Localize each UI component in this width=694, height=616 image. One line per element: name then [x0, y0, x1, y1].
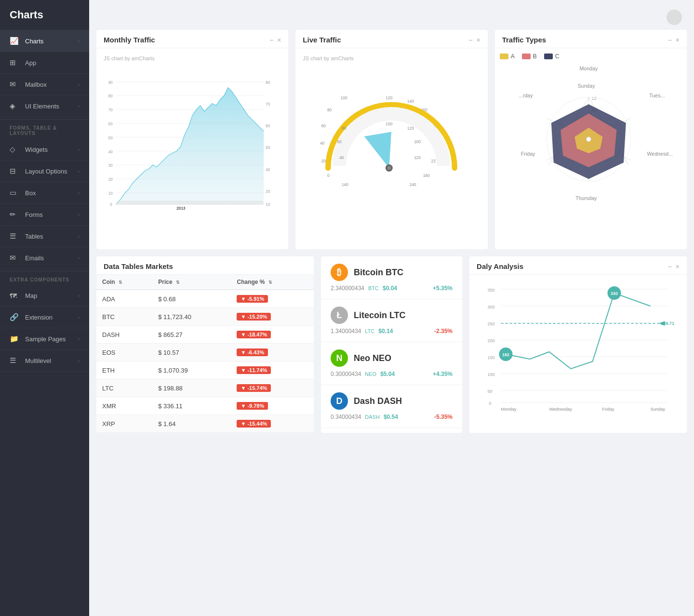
chart-note: JS chart by amCharts [300, 53, 356, 61]
data-tables-title: Data Tables Markets [104, 262, 173, 270]
legend-label-a: A [511, 53, 515, 60]
cell-price: $ 865.27 [152, 326, 231, 344]
minimize-button[interactable]: − [468, 36, 472, 44]
table-row: XRP $ 1.64 ▼ -15.44% [96, 415, 314, 433]
crypto-currency: NEO [365, 371, 376, 377]
svg-text:Sunday: Sunday [651, 407, 666, 412]
svg-text:60: 60 [266, 124, 270, 128]
svg-text:40: 40 [266, 168, 270, 172]
sidebar-item-forms[interactable]: ✏ Forms › [0, 204, 89, 226]
svg-text:40: 40 [340, 155, 345, 160]
svg-text:60: 60 [321, 123, 326, 128]
cell-change: ▼ -15.74% [231, 379, 313, 397]
svg-text:120: 120 [407, 126, 414, 131]
cell-coin: BTC [96, 308, 152, 326]
cell-price: $ 1,070.39 [152, 362, 231, 379]
svg-text:150: 150 [488, 355, 495, 360]
sidebar-item-extension[interactable]: 🔗 Extension › [0, 307, 89, 328]
svg-text:160: 160 [423, 173, 430, 178]
svg-text:50: 50 [108, 136, 113, 140]
crypto-amount: 0.30000434 [331, 371, 361, 377]
gauge-wrapper: 120 140 160 180 200 22 160 240 100 80 60… [300, 64, 482, 223]
close-button[interactable]: × [676, 263, 680, 270]
svg-text:Tues...: Tues... [649, 93, 665, 98]
sidebar-item-multilevel[interactable]: ☰ Multilevel › [0, 350, 89, 372]
crypto-icon: Ł [331, 307, 348, 324]
sidebar-item-sample-pages[interactable]: 📁 Sample Pages › [0, 328, 89, 350]
monthly-traffic-controls[interactable]: − × [269, 36, 281, 44]
sidebar-item-charts[interactable]: 📈 Charts › [0, 30, 89, 52]
sidebar-item-tables[interactable]: ☰ Tables › [0, 226, 89, 247]
legend-color-b [522, 54, 531, 59]
cell-price: $ 198.88 [152, 379, 231, 397]
svg-text:100: 100 [414, 139, 421, 144]
svg-text:30: 30 [108, 163, 113, 168]
legend-item-b: B [522, 53, 537, 60]
forms-icon: ✏ [10, 210, 19, 219]
cell-change: ▼ -11.74% [231, 362, 313, 379]
traffic-types-title: Traffic Types [502, 36, 546, 44]
daily-analysis-controls[interactable]: − × [668, 263, 680, 270]
sort-icon[interactable]: ⇅ [119, 280, 122, 285]
sidebar-item-emails[interactable]: ✉ Emails › [0, 247, 89, 269]
crypto-stats: 1.34000434 LTC $0.14 -2.35% [331, 328, 453, 335]
minimize-button[interactable]: − [668, 263, 672, 270]
svg-text:40: 40 [108, 150, 113, 154]
cell-coin: EOS [96, 344, 152, 362]
crypto-change: -5.35% [434, 414, 453, 420]
cell-change: ▼ -15.44% [231, 415, 313, 433]
mailbox-icon: ✉ [10, 80, 19, 89]
close-button[interactable]: × [476, 36, 480, 44]
svg-text:0: 0 [110, 202, 112, 207]
svg-text:50: 50 [488, 389, 493, 394]
cell-change: ▼ -15.20% [231, 308, 313, 326]
close-button[interactable]: × [277, 36, 281, 44]
svg-text:Wednesd...: Wednesd... [647, 151, 673, 157]
radar-chart-svg: Monday Tues... Wednesd... Thursday Frida… [500, 62, 682, 212]
sidebar-item-box[interactable]: ▭ Box › [0, 182, 89, 204]
monthly-traffic-title: Monthly Traffic [104, 36, 155, 44]
svg-text:330: 330 [611, 291, 618, 296]
svg-text:20: 20 [108, 177, 113, 182]
sort-icon[interactable]: ⇅ [176, 280, 180, 285]
crypto-amount: 0.34000434 [331, 414, 361, 420]
sidebar-item-ui-elements[interactable]: ◈ UI Elements › [0, 95, 89, 117]
cell-coin: ETH [96, 362, 152, 379]
table-row: EOS $ 10.57 ▼ -6.43% [96, 344, 314, 362]
live-traffic-header: Live Traffic − × [295, 30, 487, 48]
cell-change: ▼ -6.43% [231, 344, 313, 362]
monthly-traffic-header: Monthly Traffic − × [96, 30, 288, 48]
sidebar-item-mailbox[interactable]: ✉ Mailbox › [0, 74, 89, 95]
svg-text:Monday: Monday [579, 66, 598, 71]
sidebar-item-widgets[interactable]: ◇ Widgets › [0, 139, 89, 161]
sort-icon[interactable]: ⇅ [268, 280, 272, 285]
svg-text:Friday: Friday [521, 151, 535, 157]
svg-text:50: 50 [266, 146, 270, 150]
svg-text:80: 80 [266, 80, 270, 85]
legend-item-a: A [500, 53, 515, 60]
sidebar-item-label: Multilevel [25, 357, 78, 364]
live-traffic-title: Live Traffic [303, 36, 341, 44]
sidebar-item-app[interactable]: ⊞ App [0, 52, 89, 74]
sidebar-item-label: Forms [25, 211, 78, 218]
monthly-traffic-chart: 90 80 70 60 50 40 30 20 10 0 80 70 60 [101, 61, 283, 244]
live-traffic-controls[interactable]: − × [468, 36, 480, 44]
sidebar-item-layout[interactable]: ⊟ Layout Options › [0, 161, 89, 182]
traffic-types-controls[interactable]: − × [668, 36, 680, 44]
svg-text:250: 250 [488, 321, 495, 326]
cell-price: $ 0.68 [152, 290, 231, 308]
crypto-change: +4.35% [433, 371, 453, 377]
close-button[interactable]: × [676, 36, 680, 44]
sidebar: Charts 📈 Charts › ⊞ App ✉ Mailbox › ◈ UI… [0, 0, 89, 616]
markets-table: Coin ⇅ Price ⇅ Change % ⇅ [96, 275, 314, 433]
table-row: BTC $ 11,723.40 ▼ -15.20% [96, 308, 314, 326]
sidebar-item-map[interactable]: 🗺 Map › [0, 285, 89, 307]
minimize-button[interactable]: − [269, 36, 273, 44]
cell-price: $ 11,723.40 [152, 308, 231, 326]
daily-analysis-svg: 350 300 250 200 150 100 50 0 [474, 280, 682, 415]
section-extra: EXTRA COMPONENTS [0, 271, 89, 285]
minimize-button[interactable]: − [668, 36, 672, 44]
svg-text:60: 60 [108, 122, 113, 126]
crypto-currency: DASH [365, 414, 380, 420]
svg-text:10: 10 [108, 191, 113, 196]
